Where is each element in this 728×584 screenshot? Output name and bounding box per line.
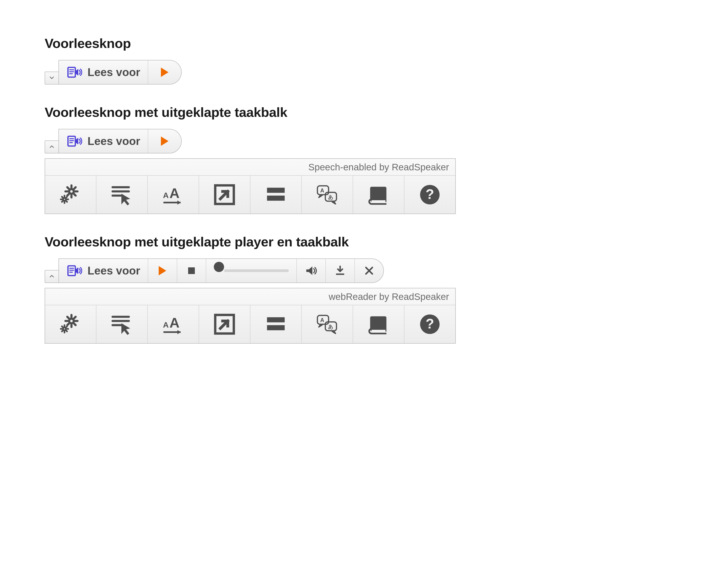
stop-icon [186, 266, 197, 276]
tool-text-mode[interactable] [199, 176, 250, 214]
progress-slider[interactable] [206, 259, 296, 282]
chevron-up-icon [49, 144, 55, 150]
download-icon [335, 266, 345, 276]
listen-button-with-player: Lees voor [45, 258, 683, 283]
listen-button-expanded: Lees voor [45, 129, 683, 154]
play-button[interactable] [148, 259, 177, 282]
toolbar: Speech-enabled by ReadSpeaker [45, 158, 456, 214]
close-button[interactable] [355, 259, 384, 282]
section-voorleesknop-player-taakbalk: Voorleesknop met uitgeklapte player en t… [45, 234, 683, 344]
play-icon [160, 67, 170, 77]
popup-arrow-icon [213, 184, 236, 206]
tool-dictionary[interactable] [353, 176, 404, 214]
expander-toggle[interactable] [45, 140, 58, 154]
help-icon [419, 313, 441, 335]
readspeaker-icon [67, 133, 82, 149]
listen-button[interactable]: Lees voor [59, 259, 148, 282]
section-title-3: Voorleesknop met uitgeklapte player en t… [45, 234, 683, 250]
play-button[interactable] [148, 60, 181, 84]
slider-track[interactable] [224, 269, 289, 272]
listen-label: Lees voor [87, 66, 140, 79]
page-mask-icon [265, 184, 287, 206]
tool-click-to-listen[interactable] [96, 176, 147, 214]
slider-thumb[interactable] [214, 262, 224, 272]
readspeaker-icon [67, 263, 82, 279]
section-title-1: Voorleesknop [45, 36, 683, 51]
expander-toggle[interactable] [45, 72, 58, 84]
download-button[interactable] [326, 259, 355, 282]
play-button[interactable] [148, 129, 181, 153]
gears-icon [59, 184, 82, 206]
help-icon [419, 184, 441, 206]
toolbar-row [45, 305, 455, 343]
tool-enlarge-text[interactable] [147, 176, 199, 214]
tool-settings[interactable] [45, 305, 96, 343]
gears-icon [59, 313, 82, 335]
tool-click-to-listen[interactable] [96, 305, 147, 343]
listen-button[interactable]: Lees voor [59, 129, 148, 153]
volume-icon [305, 265, 317, 277]
tool-translate[interactable] [301, 305, 353, 343]
listen-pill: Lees voor [58, 60, 182, 84]
play-icon [160, 136, 170, 146]
translate-icon [316, 313, 338, 335]
text-cursor-icon [111, 313, 133, 335]
listen-label: Lees voor [87, 135, 140, 148]
section-voorleesknop: Voorleesknop Lees voor [45, 36, 683, 84]
tool-dictionary[interactable] [353, 305, 404, 343]
volume-button[interactable] [296, 259, 326, 282]
chevron-up-icon [49, 274, 55, 279]
readspeaker-icon [67, 64, 82, 80]
close-icon [364, 266, 374, 276]
enlarge-text-icon [162, 184, 184, 206]
tool-settings[interactable] [45, 176, 96, 214]
listen-pill: Lees voor [58, 129, 182, 154]
tool-page-mask[interactable] [250, 176, 301, 214]
tool-enlarge-text[interactable] [147, 305, 199, 343]
player-pill: Lees voor [58, 258, 384, 283]
toolbar-row [45, 176, 455, 214]
tool-help[interactable] [404, 305, 455, 343]
chevron-down-icon [49, 75, 55, 81]
tool-translate[interactable] [301, 176, 353, 214]
toolbar: webReader by ReadSpeaker [45, 288, 456, 344]
section-title-2: Voorleesknop met uitgeklapte taakbalk [45, 105, 683, 120]
translate-icon [316, 184, 338, 206]
tool-text-mode[interactable] [199, 305, 250, 343]
book-icon [367, 184, 390, 206]
listen-button-collapsed: Lees voor [45, 60, 683, 84]
tool-help[interactable] [404, 176, 455, 214]
text-cursor-icon [111, 184, 133, 206]
play-icon [157, 266, 167, 276]
listen-button[interactable]: Lees voor [59, 60, 148, 84]
listen-label: Lees voor [87, 264, 140, 277]
book-icon [367, 313, 390, 335]
expander-toggle[interactable] [45, 270, 58, 283]
enlarge-text-icon [162, 313, 184, 335]
toolbar-credit: Speech-enabled by ReadSpeaker [45, 159, 455, 176]
stop-button[interactable] [177, 259, 206, 282]
popup-arrow-icon [213, 313, 236, 335]
section-voorleesknop-taakbalk: Voorleesknop met uitgeklapte taakbalk Le… [45, 105, 683, 214]
toolbar-credit: webReader by ReadSpeaker [45, 288, 455, 305]
tool-page-mask[interactable] [250, 305, 301, 343]
page-mask-icon [265, 313, 287, 335]
